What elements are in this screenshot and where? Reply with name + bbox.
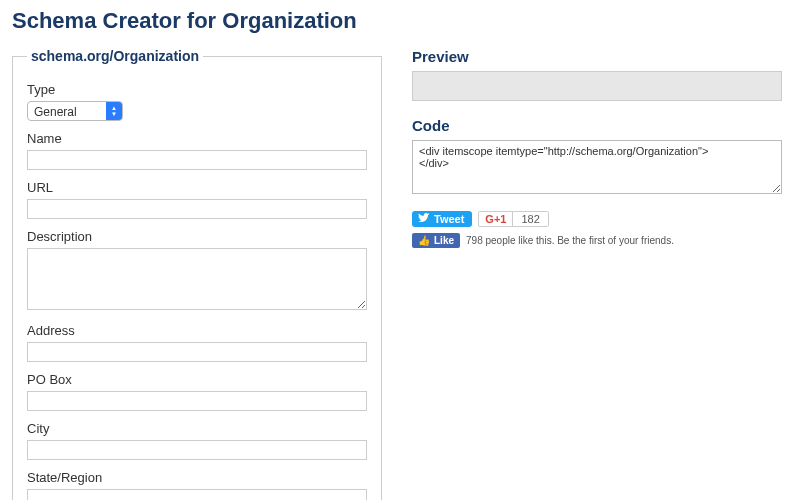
gplus-button-group[interactable]: G+1 182 (478, 211, 548, 227)
thumbs-up-icon: 👍 (418, 235, 430, 246)
select-arrows-icon: ▲▼ (106, 102, 122, 120)
name-input[interactable] (27, 150, 367, 170)
url-input[interactable] (27, 199, 367, 219)
pobox-input[interactable] (27, 391, 367, 411)
type-label: Type (27, 82, 367, 97)
pobox-label: PO Box (27, 372, 367, 387)
code-output[interactable] (412, 140, 782, 194)
address-label: Address (27, 323, 367, 338)
state-input[interactable] (27, 489, 367, 500)
page-title: Schema Creator for Organization (12, 8, 788, 34)
twitter-icon (418, 213, 430, 225)
tweet-button[interactable]: Tweet (412, 211, 472, 227)
type-select[interactable]: General ▲▼ (27, 101, 123, 121)
city-label: City (27, 421, 367, 436)
preview-box (412, 71, 782, 101)
description-label: Description (27, 229, 367, 244)
code-heading: Code (412, 117, 782, 134)
gplus-count: 182 (513, 212, 547, 226)
fb-like-button[interactable]: 👍 Like (412, 233, 460, 248)
fb-like-label: Like (434, 235, 454, 246)
address-input[interactable] (27, 342, 367, 362)
gplus-label: G+1 (479, 212, 513, 226)
preview-heading: Preview (412, 48, 782, 65)
organization-fieldset: schema.org/Organization Type General ▲▼ … (12, 48, 382, 500)
fieldset-legend: schema.org/Organization (27, 48, 203, 64)
url-label: URL (27, 180, 367, 195)
type-select-value: General (28, 102, 106, 120)
state-label: State/Region (27, 470, 367, 485)
fb-like-text: 798 people like this. Be the first of yo… (466, 235, 674, 246)
city-input[interactable] (27, 440, 367, 460)
description-input[interactable] (27, 248, 367, 310)
name-label: Name (27, 131, 367, 146)
tweet-label: Tweet (434, 213, 464, 225)
